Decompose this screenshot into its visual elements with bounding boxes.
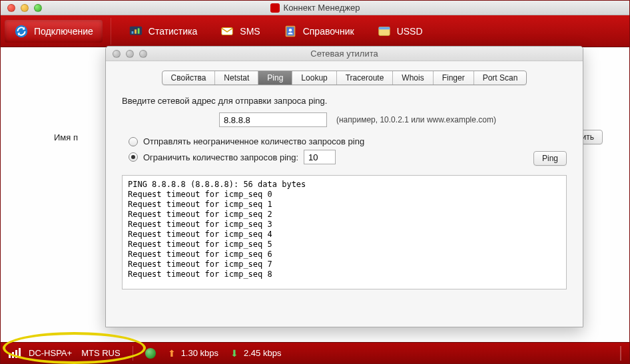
toolbar-ussd[interactable]: USSD bbox=[368, 20, 432, 43]
toolbar-connect[interactable]: Подключение bbox=[5, 20, 103, 43]
signal-icon bbox=[9, 348, 21, 358]
radio-unlimited-label: Отправлять неограниченное количество зап… bbox=[143, 136, 364, 146]
operator-name: MTS RUS bbox=[81, 348, 121, 358]
download-speed: 2.45 kbps bbox=[244, 348, 281, 358]
window-title: Коннект Менеджер bbox=[1, 3, 629, 13]
network-type: DC-HSPA+ bbox=[29, 348, 72, 358]
utility-tabbar: Свойства Netstat Ping Lookup Traceroute … bbox=[106, 61, 583, 92]
main-titlebar: Коннект Менеджер bbox=[1, 1, 629, 15]
minimize-icon[interactable] bbox=[21, 4, 29, 12]
main-toolbar: Подключение Статистика SMS Справочник U bbox=[1, 15, 629, 47]
tab-netstat[interactable]: Netstat bbox=[215, 71, 258, 85]
zoom-icon[interactable] bbox=[34, 4, 42, 12]
envelope-icon bbox=[220, 24, 234, 39]
tab-ping[interactable]: Ping bbox=[258, 71, 292, 85]
toolbar-directory-label: Справочник bbox=[303, 26, 354, 37]
upload-arrow-icon: ⬆ bbox=[168, 348, 176, 359]
tab-portscan[interactable]: Port Scan bbox=[474, 71, 527, 85]
network-utility-window: Сетевая утилита Свойства Netstat Ping Lo… bbox=[105, 46, 583, 327]
toolbar-sms-label: SMS bbox=[240, 26, 260, 37]
radio-limited-row[interactable]: Ограничить количество запросов ping: bbox=[129, 150, 567, 164]
close-icon[interactable] bbox=[7, 4, 15, 12]
ping-button[interactable]: Ping bbox=[533, 151, 567, 166]
toolbar-ussd-label: USSD bbox=[397, 26, 423, 37]
upload-speed: 1.30 kbps bbox=[181, 348, 218, 358]
ping-address-input[interactable] bbox=[219, 112, 327, 127]
tab-whois[interactable]: Whois bbox=[393, 71, 433, 85]
name-label: Имя п bbox=[54, 132, 78, 142]
svg-rect-4 bbox=[138, 28, 140, 33]
svg-point-8 bbox=[288, 28, 292, 31]
download-arrow-icon: ⬇ bbox=[230, 348, 238, 359]
tab-lookup[interactable]: Lookup bbox=[292, 71, 336, 85]
svg-rect-10 bbox=[378, 27, 390, 29]
close-icon[interactable] bbox=[113, 50, 121, 58]
radio-limited-label: Ограничить количество запросов ping: bbox=[143, 152, 298, 162]
ping-prompt: Введите сетевой адрес для отправки запро… bbox=[122, 96, 567, 106]
tab-traceroute[interactable]: Traceroute bbox=[337, 71, 394, 85]
utility-titlebar: Сетевая утилита bbox=[106, 47, 583, 61]
window-title-text: Коннект Менеджер bbox=[284, 3, 360, 13]
radio-limited[interactable] bbox=[129, 152, 138, 162]
window-icon bbox=[377, 24, 392, 39]
tab-info[interactable]: Свойства bbox=[162, 71, 216, 85]
address-row: (например, 10.0.2.1 или www.example.com) bbox=[122, 112, 567, 127]
address-hint: (например, 10.0.2.1 или www.example.com) bbox=[336, 115, 496, 124]
radio-unlimited[interactable] bbox=[129, 137, 138, 146]
minimize-icon[interactable] bbox=[126, 50, 134, 58]
svg-rect-5 bbox=[222, 27, 233, 35]
zoom-icon[interactable] bbox=[139, 50, 147, 58]
toolbar-connect-label: Подключение bbox=[34, 26, 93, 37]
ping-count-input[interactable] bbox=[304, 150, 336, 164]
tab-finger[interactable]: Finger bbox=[434, 71, 474, 85]
refresh-icon bbox=[14, 24, 29, 39]
utility-title: Сетевая утилита bbox=[106, 49, 583, 59]
globe-icon bbox=[145, 348, 156, 359]
toolbar-separator bbox=[111, 18, 111, 45]
statusbar-end-sep bbox=[620, 346, 621, 361]
app-icon bbox=[270, 3, 280, 13]
traffic-lights bbox=[7, 4, 42, 12]
radio-unlimited-row[interactable]: Отправлять неограниченное количество зап… bbox=[129, 136, 567, 146]
tab-control: Свойства Netstat Ping Lookup Traceroute … bbox=[162, 71, 527, 85]
toolbar-sms[interactable]: SMS bbox=[210, 20, 269, 43]
toolbar-directory[interactable]: Справочник bbox=[274, 20, 364, 43]
utility-traffic-lights bbox=[113, 50, 147, 58]
statusbar-separator bbox=[133, 346, 133, 361]
status-bar: DC-HSPA+ MTS RUS ⬆ 1.30 kbps ⬇ 2.45 kbps bbox=[1, 342, 629, 363]
svg-rect-3 bbox=[135, 29, 137, 33]
ping-output[interactable]: PING 8.8.8.8 (8.8.8.8): 56 data bytes Re… bbox=[122, 175, 567, 289]
ping-panel: Введите сетевой адрес для отправки запро… bbox=[106, 92, 583, 296]
toolbar-stats-label: Статистика bbox=[149, 26, 198, 37]
addressbook-icon bbox=[283, 24, 298, 39]
svg-rect-2 bbox=[131, 31, 133, 34]
toolbar-stats[interactable]: Статистика bbox=[119, 20, 207, 43]
ping-options: Отправлять неограниченное количество зап… bbox=[129, 136, 567, 164]
chart-icon bbox=[129, 24, 143, 39]
